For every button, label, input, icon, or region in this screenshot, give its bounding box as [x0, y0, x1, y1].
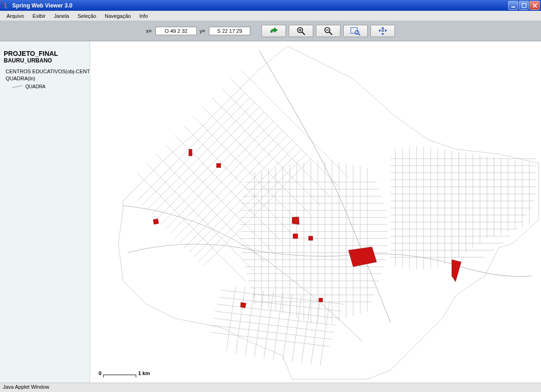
- menu-navegacao[interactable]: Navegação: [101, 12, 135, 20]
- zoom-area-button[interactable]: [343, 25, 368, 37]
- scale-right: 1 km: [138, 370, 150, 376]
- pan-cross-icon: [378, 26, 388, 36]
- project-title: PROJETO_FINAL: [4, 50, 87, 57]
- y-input[interactable]: [209, 27, 250, 35]
- statusbar: Java Applet Window: [0, 383, 541, 392]
- svg-marker-19: [348, 247, 377, 267]
- menu-selecao[interactable]: Seleção: [74, 12, 100, 20]
- svg-marker-16: [292, 217, 299, 224]
- scale-ticks-icon: [103, 375, 136, 377]
- close-button[interactable]: [530, 1, 540, 10]
- x-label: x=: [146, 28, 152, 34]
- map-svg: [90, 41, 541, 383]
- svg-rect-18: [309, 236, 313, 240]
- menu-janela[interactable]: Janela: [50, 12, 73, 20]
- menu-arquivo[interactable]: Arquivo: [3, 12, 28, 20]
- layer-quadra[interactable]: QUADRA(ln): [6, 76, 87, 81]
- zoom-out-icon: [323, 26, 333, 36]
- zoom-area-icon: [350, 26, 361, 36]
- svg-rect-17: [293, 234, 298, 238]
- titlebar: Spring Web Viewer 3.0: [0, 0, 541, 11]
- window-title: Spring Web Viewer 3.0: [12, 2, 508, 9]
- svg-line-3: [302, 32, 305, 35]
- status-text: Java Applet Window: [3, 384, 49, 390]
- highlighted-features: [153, 149, 461, 308]
- toolbar: x= y=: [0, 21, 541, 41]
- svg-rect-21: [319, 298, 323, 302]
- svg-line-7: [329, 32, 332, 35]
- svg-rect-12: [382, 30, 384, 31]
- pan-button[interactable]: [371, 25, 395, 37]
- scale-left: 0: [99, 370, 101, 376]
- svg-marker-15: [153, 219, 159, 224]
- legend-line-icon: [12, 85, 23, 88]
- scale-bar: 0 1 km: [99, 370, 150, 376]
- redo-button[interactable]: [262, 25, 286, 37]
- y-label: y=: [200, 28, 205, 34]
- svg-marker-22: [240, 302, 246, 308]
- map-canvas[interactable]: 0 1 km: [90, 41, 541, 383]
- window-controls: [508, 1, 540, 10]
- svg-rect-1: [522, 3, 526, 8]
- content: PROJETO_FINAL BAURU_URBANO CENTROS EDUCA…: [0, 41, 541, 383]
- sidebar: PROJETO_FINAL BAURU_URBANO CENTROS EDUCA…: [0, 41, 90, 383]
- svg-marker-20: [452, 260, 461, 282]
- menu-info[interactable]: Info: [136, 12, 152, 20]
- maximize-icon: [522, 3, 526, 8]
- zoom-out-button[interactable]: [316, 25, 340, 37]
- redo-arrow-icon: [269, 27, 279, 35]
- subproject-title: BAURU_URBANO: [4, 57, 87, 64]
- street-grid: [118, 46, 539, 379]
- zoom-in-button[interactable]: [289, 25, 313, 37]
- legend-label: QUADRA: [25, 84, 46, 89]
- x-input[interactable]: [155, 27, 197, 35]
- svg-rect-0: [511, 7, 515, 8]
- zoom-in-icon: [296, 26, 306, 36]
- svg-line-11: [358, 34, 360, 35]
- maximize-button[interactable]: [519, 1, 529, 10]
- layer-centros[interactable]: CENTROS EDUCATIVOS(obj-CENT: [6, 69, 87, 74]
- java-icon: [2, 2, 10, 9]
- svg-rect-14: [216, 163, 221, 168]
- minimize-button[interactable]: [508, 1, 518, 10]
- menu-exibir[interactable]: Exibir: [29, 12, 49, 20]
- menubar: Arquivo Exibir Janela Seleção Navegação …: [0, 11, 541, 21]
- close-icon: [533, 3, 537, 8]
- svg-point-10: [355, 31, 359, 34]
- legend-quadra: QUADRA: [12, 84, 87, 89]
- svg-rect-13: [189, 149, 192, 156]
- minimize-icon: [511, 3, 516, 8]
